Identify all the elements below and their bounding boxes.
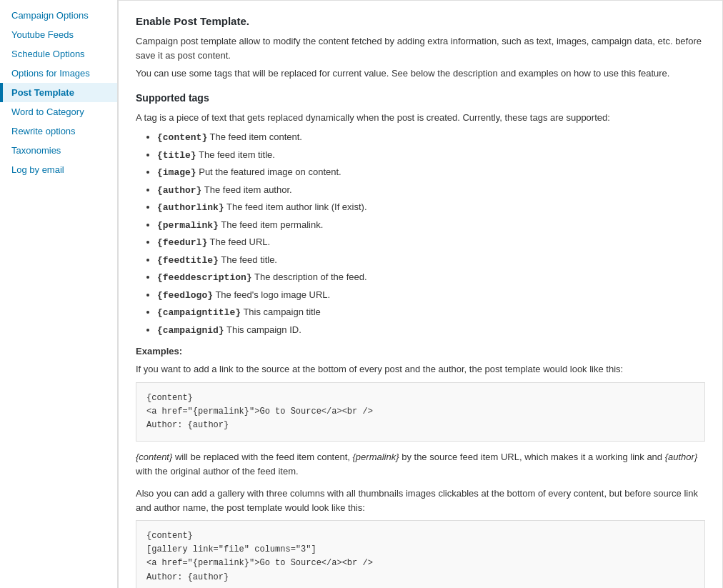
tag-list-item: {feedlogo} The feed's logo image URL. <box>157 288 705 303</box>
tag-desc: The feed's logo image URL. <box>213 289 330 300</box>
tag-name: {authorlink} <box>157 202 224 213</box>
tag-list-item: {campaignid} This campaign ID. <box>157 323 705 338</box>
code-block-1: {content} <a href="{permalink}">Go to So… <box>136 382 705 442</box>
tag-list: {content} The feed item content.{title} … <box>157 130 705 337</box>
note-text-1: {content} will be replaced with the feed… <box>136 450 705 478</box>
note-text-1-part4: by the source feed item URL, which makes… <box>399 452 665 462</box>
sidebar-item-campaign-options[interactable]: Campaign Options <box>0 6 117 25</box>
tag-name: {feedtitle} <box>157 255 219 266</box>
tag-list-item: {image} Put the featured image on conten… <box>157 165 705 180</box>
tag-desc: The feed item title. <box>196 149 275 160</box>
tag-name: {author} <box>157 185 201 196</box>
tag-list-item: {feedurl} The feed URL. <box>157 235 705 250</box>
sidebar: Campaign OptionsYoutube FeedsSchedule Op… <box>0 0 118 588</box>
tag-name: {permalink} <box>157 220 219 231</box>
note-author-tag: {author} <box>665 452 698 462</box>
sidebar-item-post-template[interactable]: Post Template <box>0 83 117 102</box>
note-text-1-part2: will be replaced with the feed item cont… <box>172 452 352 462</box>
tag-desc: The feed item author link (If exist). <box>224 201 367 212</box>
tag-desc: The feed item author. <box>201 184 291 195</box>
example1-text: If you want to add a link to the source … <box>136 362 705 377</box>
sidebar-item-youtube-feeds[interactable]: Youtube Feeds <box>0 25 117 44</box>
note-text-1-part6: with the original author of the feed ite… <box>136 466 299 477</box>
section-heading: Enable Post Template. <box>136 15 705 27</box>
tag-name: {image} <box>157 167 196 178</box>
tag-desc: The feed title. <box>219 254 277 265</box>
tag-name: {feedlogo} <box>157 290 213 301</box>
tag-name: {feeddescription} <box>157 272 252 283</box>
tag-name: {feedurl} <box>157 237 207 248</box>
sidebar-item-word-to-category[interactable]: Word to Category <box>0 102 117 121</box>
sidebar-item-options-for-images[interactable]: Options for Images <box>0 64 117 83</box>
tag-desc: Put the featured image on content. <box>196 166 341 177</box>
tag-desc: This campaign title <box>241 307 321 317</box>
tag-list-item: {feedtitle} The feed title. <box>157 253 705 268</box>
sidebar-item-schedule-options[interactable]: Schedule Options <box>0 44 117 64</box>
note-permalink-tag: {permalink} <box>353 452 399 462</box>
tag-desc: The feed item content. <box>207 131 302 142</box>
tag-name: {campaigntitle} <box>157 307 241 318</box>
note-content-tag: {content} <box>136 452 172 462</box>
supported-tags-heading: Supported tags <box>136 92 705 104</box>
tag-desc: This campaign ID. <box>224 324 301 335</box>
tag-description: A tag is a piece of text that gets repla… <box>136 111 705 125</box>
main-content: Campaign OptionsYoutube FeedsSchedule Op… <box>0 0 723 588</box>
code-block-2: {content} [gallery link="file" columns="… <box>136 520 705 588</box>
intro-text-1: Campaign post template allow to modify t… <box>136 34 705 62</box>
tag-list-item: {title} The feed item title. <box>157 148 705 163</box>
sidebar-item-rewrite-options[interactable]: Rewrite options <box>0 121 117 141</box>
content-area: Enable Post Template. Campaign post temp… <box>118 0 723 588</box>
tag-name: {content} <box>157 132 207 143</box>
also-text: Also you can add a gallery with three co… <box>136 487 705 514</box>
tag-desc: The description of the feed. <box>252 271 367 282</box>
tag-desc: The feed item permalink. <box>219 219 323 230</box>
sidebar-item-taxonomies[interactable]: Taxonomies <box>0 141 117 160</box>
app-layout: Campaign OptionsYoutube FeedsSchedule Op… <box>0 0 723 588</box>
tag-list-item: {feeddescription} The description of the… <box>157 270 705 285</box>
tag-list-item: {content} The feed item content. <box>157 130 705 145</box>
examples-heading: Examples: <box>136 346 705 357</box>
tag-list-item: {permalink} The feed item permalink. <box>157 218 705 233</box>
intro-text-2: You can use some tags that will be repla… <box>136 66 705 81</box>
tag-list-item: {author} The feed item author. <box>157 183 705 198</box>
tag-list-item: {campaigntitle} This campaign title <box>157 305 705 320</box>
sidebar-item-log-by-email[interactable]: Log by email <box>0 160 117 179</box>
tag-list-item: {authorlink} The feed item author link (… <box>157 200 705 215</box>
tag-name: {title} <box>157 150 196 161</box>
tag-name: {campaignid} <box>157 325 224 336</box>
tag-desc: The feed URL. <box>207 236 270 247</box>
